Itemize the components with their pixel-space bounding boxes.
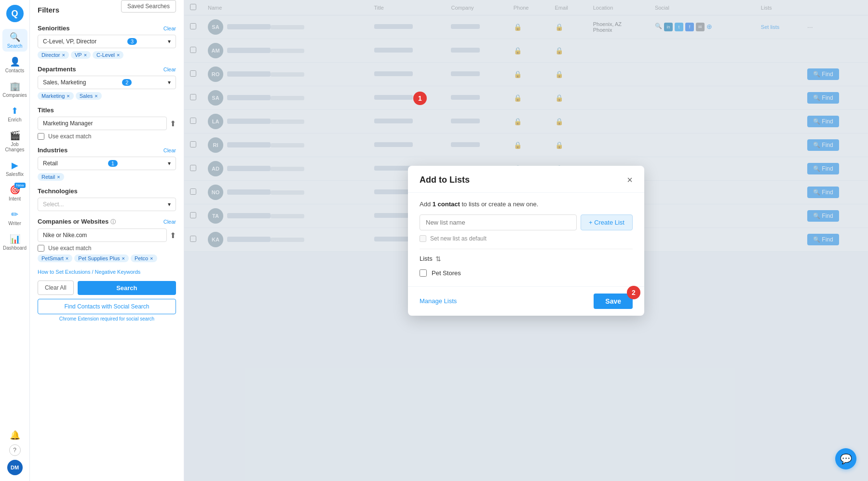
sidebar-item-label: Search [7, 43, 23, 49]
industries-select[interactable]: Retail 1 ▾ [38, 157, 176, 170]
sort-icon[interactable]: ⇅ [435, 255, 441, 263]
new-list-name-input[interactable] [420, 214, 577, 230]
tag-clevel: C-Level × [93, 51, 123, 59]
sidebar-item-label: Companies [2, 93, 27, 98]
clear-all-button[interactable]: Clear All [38, 281, 74, 295]
chrome-extension-text: Chrome Extension required for social sea… [38, 316, 176, 321]
titles-exact-match-label: Use exact match [48, 133, 91, 140]
chevron-down-icon: ▾ [168, 79, 171, 86]
companies-clear[interactable]: Clear [163, 219, 176, 225]
chat-button[interactable]: 💬 [835, 448, 856, 469]
sidebar-item-label: Contacts [5, 68, 24, 73]
industries-section: Industries Clear Retail 1 ▾ Retail × [38, 147, 176, 181]
action-row: Clear All Search [38, 281, 176, 295]
technologies-select[interactable]: Select... ▾ [38, 198, 176, 211]
set-default-checkbox[interactable] [420, 235, 426, 242]
tag-retail: Retail × [38, 173, 64, 181]
save-button[interactable]: Save [594, 294, 633, 309]
pet-stores-checkbox[interactable] [420, 269, 427, 277]
saved-searches-button[interactable]: Saved Searches [121, 0, 176, 13]
sidebar-item-enrich[interactable]: ⬆ Enrich [2, 103, 27, 125]
tag-sales: Sales × [76, 92, 102, 100]
add-to-lists-modal: Add to Lists × Add 1 contact to lists or… [408, 166, 644, 316]
upload-icon[interactable]: ⬆ [170, 231, 176, 240]
seniorities-section: Seniorities Clear C-Level, VP, Director … [38, 25, 176, 59]
modal-overlay: 1 Add to Lists × Add 1 contact to lists … [184, 0, 868, 481]
upload-icon[interactable]: ⬆ [170, 119, 176, 128]
seniorities-select[interactable]: C-Level, VP, Director 3 ▾ [38, 35, 176, 48]
badge: 1 [108, 160, 118, 167]
logo[interactable]: Q [6, 5, 24, 22]
enrich-icon: ⬆ [11, 106, 18, 116]
contacts-icon: 👤 [10, 56, 20, 67]
modal-footer: Manage Lists 2 Save [408, 286, 644, 316]
chrome-extension-link[interactable]: Chrome Extension [59, 316, 99, 321]
companies-exact-match-label: Use exact match [48, 245, 91, 252]
companies-exact-match-checkbox[interactable] [38, 245, 44, 252]
modal-title: Add to Lists [420, 175, 470, 185]
companies-icon: 🏢 [10, 81, 20, 92]
lists-header: Lists ⇅ [420, 255, 633, 263]
sidebar-item-contacts[interactable]: 👤 Contacts [2, 53, 27, 76]
seniorities-label: Seniorities [38, 25, 69, 32]
user-avatar[interactable]: DM [7, 460, 23, 475]
technologies-label: Technologies [38, 187, 78, 195]
companies-exact-match-row: Use exact match [38, 245, 176, 252]
sidebar-item-dashboard[interactable]: 📊 Dashboard [2, 231, 27, 254]
tag-petsmart: PetSmart × [38, 254, 72, 262]
companies-tags: PetSmart × Pet Supplies Plus × Petco × [38, 254, 176, 262]
social-search-button[interactable]: Find Contacts with Social Search [38, 299, 176, 314]
sidebar-item-search[interactable]: 🔍 Search [2, 29, 27, 52]
modal-close-button[interactable]: × [627, 174, 633, 186]
seniorities-tags: Director × VP × C-Level × [38, 51, 176, 59]
companies-label: Companies or Websites ⓘ [38, 218, 116, 226]
step-2-badge: 2 [627, 286, 640, 299]
main-content: Name Title Company Phone Email Location … [184, 0, 868, 481]
sidebar-item-writer[interactable]: ✏ Writer [2, 206, 27, 229]
titles-exact-match-row: Use exact match [38, 133, 176, 140]
default-checkbox-row: Set new list as default [420, 235, 633, 242]
departments-tags: Marketing × Sales × [38, 92, 176, 100]
titles-input[interactable] [38, 117, 167, 130]
new-list-row: + Create List [420, 214, 633, 230]
manage-lists-link[interactable]: Manage Lists [420, 297, 457, 305]
departments-clear[interactable]: Clear [163, 67, 176, 72]
lists-label: Lists [420, 255, 433, 262]
titles-exact-match-checkbox[interactable] [38, 133, 44, 140]
technologies-section: Technologies Select... ▾ [38, 187, 176, 211]
help-icon[interactable]: ? [9, 444, 21, 456]
search-icon: 🔍 [10, 32, 20, 42]
salesflix-icon: ▶ [12, 160, 18, 171]
bell-icon[interactable]: 🔔 [10, 430, 20, 441]
industries-clear[interactable]: Clear [163, 147, 176, 153]
filters-panel: Filters Saved Searches Seniorities Clear… [30, 0, 184, 481]
modal-header: Add to Lists × [408, 166, 644, 193]
departments-select[interactable]: Sales, Marketing 2 ▾ [38, 76, 176, 89]
sidebar-bottom: 🔔 ? DM [7, 430, 23, 481]
sidebar-item-label: Job Changes [4, 142, 26, 152]
create-list-button[interactable]: + Create List [581, 214, 633, 230]
tag-marketing: Marketing × [38, 92, 74, 100]
set-default-label: Set new list as default [430, 235, 487, 242]
titles-label: Titles [38, 107, 54, 114]
sidebar-item-salesflix[interactable]: ▶ Salesflix [2, 157, 27, 180]
writer-icon: ✏ [11, 209, 18, 220]
companies-input[interactable] [38, 228, 167, 242]
tag-vp: VP × [71, 51, 91, 59]
search-button[interactable]: Search [78, 281, 176, 295]
chevron-down-icon: ▾ [168, 160, 171, 167]
seniorities-clear[interactable]: Clear [163, 26, 176, 31]
chevron-down-icon: ▾ [168, 38, 171, 45]
exclusions-link[interactable]: How to Set Exclusions / Negative Keyword… [38, 269, 176, 275]
sidebar-item-label: Intent [9, 196, 21, 201]
tag-petco: Petco × [131, 254, 157, 262]
sidebar-item-label: Writer [8, 221, 21, 226]
sidebar-item-companies[interactable]: 🏢 Companies [2, 78, 27, 101]
sidebar-item-job-changes[interactable]: 🎬 Job Changes [2, 127, 27, 155]
badge: 2 [122, 79, 132, 86]
titles-section: Titles ⬆ Use exact match [38, 107, 176, 140]
departments-label: Departments [38, 66, 76, 73]
companies-section: Companies or Websites ⓘ Clear ⬆ Use exac… [38, 218, 176, 262]
sidebar-item-intent[interactable]: New 🎯 Intent [2, 182, 27, 204]
sidebar-item-label: Enrich [8, 117, 21, 122]
